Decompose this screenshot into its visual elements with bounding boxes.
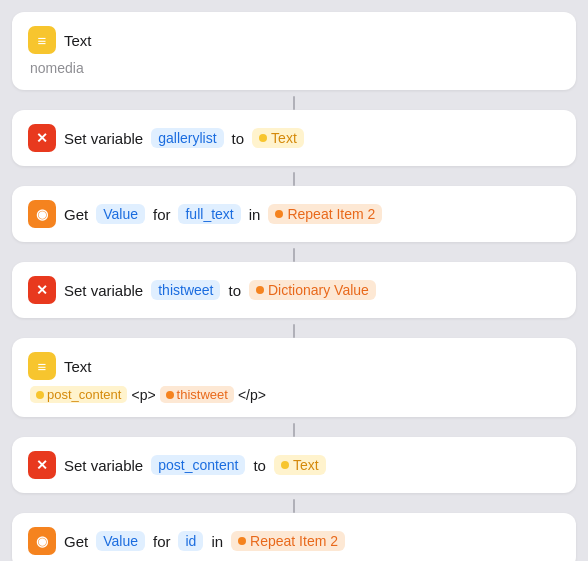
connector-4 — [12, 324, 576, 338]
connector-2 — [12, 172, 576, 186]
text-card-1: ≡ Text nomedia — [12, 12, 576, 90]
value-badge-2: Value — [96, 531, 145, 551]
get-value-full_text-card: ◉ Get Value for full_text in Repeat Item… — [12, 186, 576, 242]
dict-value-badge-1: Dictionary Value — [249, 280, 376, 300]
text-icon-1: ≡ — [28, 26, 56, 54]
card-title-2: Text — [64, 358, 92, 375]
thistweet-badge: thistweet — [151, 280, 220, 300]
post-content-badge: post_content — [151, 455, 245, 475]
get-value-icon-2: ◉ — [28, 527, 56, 555]
card-content-2: post_content <p> thistweet </p> — [28, 386, 560, 403]
text-badge-2: Text — [274, 455, 326, 475]
repeat-item-badge-2: Repeat Item 2 — [231, 531, 345, 551]
connector-line-5 — [293, 423, 295, 437]
card-title-1: Text — [64, 32, 92, 49]
value-badge-1: Value — [96, 204, 145, 224]
connector-line-6 — [293, 499, 295, 513]
p-open-tag: <p> — [131, 387, 155, 403]
get-prefix-2: Get — [64, 533, 88, 550]
p-close-tag: </p> — [238, 387, 266, 403]
set-var-icon-1: ✕ — [28, 124, 56, 152]
gallerylist-badge: gallerylist — [151, 128, 223, 148]
set-variable-prefix-3: Set variable — [64, 457, 143, 474]
set-variable-prefix-2: Set variable — [64, 282, 143, 299]
set-variable-gallerylist-card: ✕ Set variable gallerylist to Text — [12, 110, 576, 166]
text-badge-1: Text — [252, 128, 304, 148]
set-var-icon-3: ✕ — [28, 451, 56, 479]
connector-5 — [12, 423, 576, 437]
to-label-2: to — [228, 282, 241, 299]
text-icon-2: ≡ — [28, 352, 56, 380]
to-label-1: to — [232, 130, 245, 147]
set-variable-prefix-1: Set variable — [64, 130, 143, 147]
in-label-1: in — [249, 206, 261, 223]
connector-line-4 — [293, 324, 295, 338]
get-prefix-1: Get — [64, 206, 88, 223]
card-subtitle-1: nomedia — [28, 60, 560, 76]
set-var-icon-2: ✕ — [28, 276, 56, 304]
connector-3 — [12, 248, 576, 262]
to-label-3: to — [253, 457, 266, 474]
in-label-2: in — [211, 533, 223, 550]
connector-line-2 — [293, 172, 295, 186]
connector-1 — [12, 96, 576, 110]
connector-line-1 — [293, 96, 295, 110]
text-card-2: ≡ Text post_content <p> thistweet </p> — [12, 338, 576, 417]
for-label-2: for — [153, 533, 171, 550]
post-content-inline-badge: post_content — [30, 386, 127, 403]
get-value-id-card: ◉ Get Value for id in Repeat Item 2 — [12, 513, 576, 561]
connector-line-3 — [293, 248, 295, 262]
set-variable-post_content-card: ✕ Set variable post_content to Text — [12, 437, 576, 493]
set-variable-thistweet-card: ✕ Set variable thistweet to Dictionary V… — [12, 262, 576, 318]
connector-6 — [12, 499, 576, 513]
full_text-badge: full_text — [178, 204, 240, 224]
thistweet-inline-badge: thistweet — [160, 386, 234, 403]
for-label-1: for — [153, 206, 171, 223]
get-value-icon-1: ◉ — [28, 200, 56, 228]
id-badge: id — [178, 531, 203, 551]
repeat-item-badge-1: Repeat Item 2 — [268, 204, 382, 224]
